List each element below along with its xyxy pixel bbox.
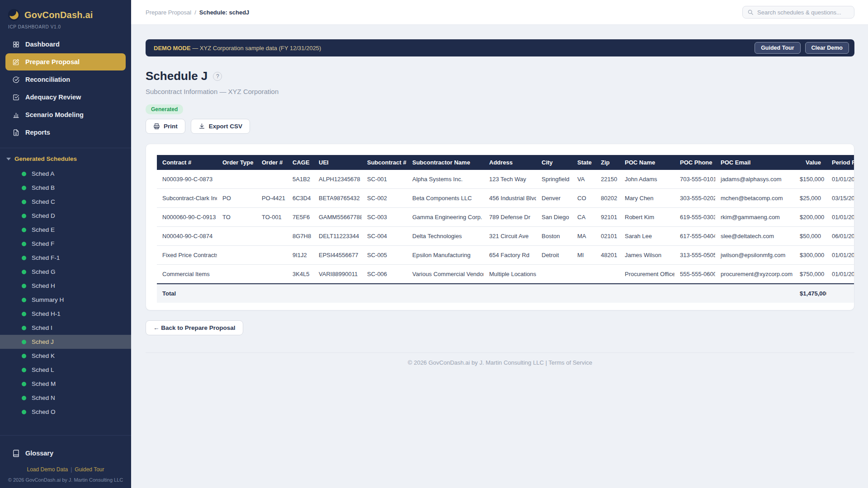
schedule-label: Sched D (32, 212, 55, 219)
schedule-label: Sched A (32, 170, 54, 177)
sidebar-item-sched-c[interactable]: Sched C (0, 195, 131, 209)
table-cell: San Diego (536, 208, 572, 227)
sidebar-item-prepare-proposal[interactable]: Prepare Proposal (5, 53, 126, 70)
column-header-poc-phone: POC Phone (675, 155, 715, 170)
table-cell: VARI88990011 (313, 265, 362, 284)
search-input[interactable] (757, 9, 849, 16)
sidebar-item-sched-h-1[interactable]: Sched H-1 (0, 307, 131, 321)
export-csv-button[interactable]: Export CSV (191, 119, 250, 134)
schedule-label: Summary H (32, 296, 64, 303)
sidebar-item-adequacy-review[interactable]: Adequacy Review (5, 89, 126, 106)
sidebar: GovConDash.ai ICP DASHBOARD V1.0 Dashboa… (0, 0, 131, 488)
sidebar-item-sched-e[interactable]: Sched E (0, 223, 131, 237)
table-cell: TO-001 (256, 208, 287, 227)
guided-tour-link[interactable]: Guided Tour (75, 466, 104, 473)
column-header-address: Address (484, 155, 536, 170)
sidebar-item-sched-a[interactable]: Sched A (0, 167, 131, 181)
green-status-dot-icon (22, 410, 26, 414)
load-demo-data-link[interactable]: Load Demo Data (27, 466, 68, 473)
table-cell: Boston (536, 227, 572, 246)
table-cell: 617-555-0404 (675, 227, 715, 246)
guided-tour-button[interactable]: Guided Tour (755, 42, 800, 54)
back-button[interactable]: ← Back to Prepare Proposal (146, 320, 243, 335)
sidebar-item-reconciliation[interactable]: Reconciliation (5, 71, 126, 88)
sidebar-item-sched-i[interactable]: Sched I (0, 321, 131, 335)
logo: GovConDash.ai (0, 0, 131, 22)
table-cell: PO-4421 (256, 189, 287, 208)
green-status-dot-icon (22, 200, 26, 204)
table-cell: MA (572, 227, 595, 246)
sidebar-item-sched-d[interactable]: Sched D (0, 209, 131, 223)
footer-copyright: © 2026 GovConDash.ai by J. Martin Consul… (408, 359, 544, 366)
table-cell: SC-001 (362, 170, 407, 189)
clear-demo-button[interactable]: Clear Demo (805, 42, 849, 54)
table-row: N000060-90-C-0913TOTO-0017E5F6GAMM556677… (157, 208, 854, 227)
banner-buttons: Guided Tour Clear Demo (755, 42, 849, 54)
check-circle-icon (12, 75, 20, 84)
column-header-value: Value (794, 155, 826, 170)
sidebar-item-sched-b[interactable]: Sched B (0, 181, 131, 195)
table-cell: James Wilson (619, 246, 675, 265)
generated-schedules-label: Generated Schedules (14, 155, 77, 162)
schedule-label: Sched M (32, 380, 56, 387)
footer-separator: | (545, 359, 547, 366)
table-cell: 01/01/2025 (826, 170, 854, 189)
app-title: GovConDash.ai (24, 10, 93, 20)
table-cell: rkim@gammaeng.com (715, 208, 794, 227)
total-empty-cell (826, 284, 854, 303)
title-row: Schedule J ? (146, 69, 854, 83)
table-cell: SC-005 (362, 246, 407, 265)
sidebar-nav: DashboardPrepare ProposalReconciliationA… (0, 36, 131, 141)
column-header-poc-name: POC Name (619, 155, 675, 170)
sidebar-item-summary-h[interactable]: Summary H (0, 293, 131, 307)
sidebar-item-sched-h[interactable]: Sched H (0, 279, 131, 293)
bar-chart-icon (12, 111, 20, 119)
sidebar-item-dashboard[interactable]: Dashboard (5, 36, 126, 53)
table-cell (256, 246, 287, 265)
green-status-dot-icon (22, 270, 26, 274)
page-subtitle: Subcontract Information — XYZ Corporatio… (146, 88, 854, 95)
table-cell: 48201 (595, 246, 619, 265)
table-cell: Springfield (536, 170, 572, 189)
sidebar-item-scenario-modeling[interactable]: Scenario Modeling (5, 106, 126, 123)
sidebar-item-sched-m[interactable]: Sched M (0, 377, 131, 391)
table-cell: 01/01/2025 (826, 265, 854, 284)
sidebar-item-sched-f-1[interactable]: Sched F-1 (0, 251, 131, 265)
sidebar-item-sched-o[interactable]: Sched O (0, 405, 131, 419)
schedule-label: Sched J (32, 338, 54, 345)
sidebar-item-sched-j[interactable]: Sched J (0, 335, 131, 349)
column-header-city: City (536, 155, 572, 170)
schedule-label: Sched G (32, 268, 56, 275)
table-cell (595, 265, 619, 284)
column-header-poc-email: POC Email (715, 155, 794, 170)
page-footer: © 2026 GovConDash.ai by J. Martin Consul… (146, 352, 854, 372)
table-cell: Delta Technologies (407, 227, 484, 246)
sidebar-item-sched-n[interactable]: Sched N (0, 391, 131, 405)
column-header-subcontract: Subcontract # (362, 155, 407, 170)
sidebar-item-sched-f[interactable]: Sched F (0, 237, 131, 251)
sidebar-item-sched-k[interactable]: Sched K (0, 349, 131, 363)
column-header-order: Order # (256, 155, 287, 170)
sidebar-item-sched-g[interactable]: Sched G (0, 265, 131, 279)
table-cell: DELT11223344 (313, 227, 362, 246)
green-status-dot-icon (22, 214, 26, 218)
breadcrumb: Prepare Proposal / Schedule: schedJ (146, 9, 249, 16)
sidebar-item-glossary[interactable]: Glossary (0, 442, 131, 462)
help-icon[interactable]: ? (213, 72, 222, 81)
demo-banner: DEMO MODE — XYZ Corporation sample data … (146, 39, 854, 56)
app-version-label: ICP DASHBOARD V1.0 (0, 22, 131, 36)
terms-of-service-link[interactable]: Terms of Service (548, 359, 592, 366)
print-button[interactable]: Print (146, 119, 185, 134)
table-cell: SC-002 (362, 189, 407, 208)
print-label: Print (164, 123, 178, 130)
schedule-label: Sched I (32, 324, 52, 331)
table-cell: BETA98765432 (313, 189, 362, 208)
table-cell: 03/15/2025 (826, 189, 854, 208)
sidebar-item-reports[interactable]: Reports (5, 124, 126, 141)
breadcrumb-parent[interactable]: Prepare Proposal (146, 9, 191, 16)
table-cell: SC-004 (362, 227, 407, 246)
schedule-label: Sched F-1 (32, 254, 60, 261)
generated-schedules-header[interactable]: Generated Schedules (0, 155, 131, 167)
table-cell: SC-003 (362, 208, 407, 227)
sidebar-item-sched-l[interactable]: Sched L (0, 363, 131, 377)
